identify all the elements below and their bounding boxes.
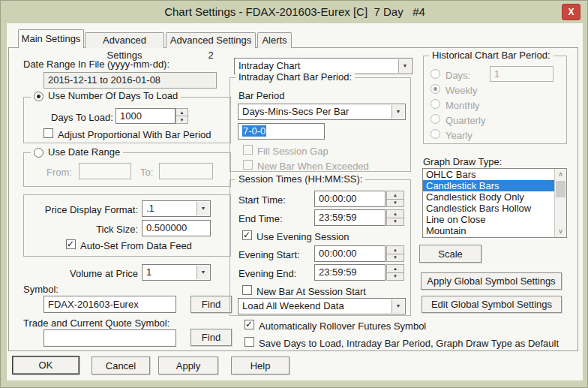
tick-size-input[interactable]: 0.500000 — [142, 220, 211, 236]
tab-advanced-settings[interactable]: Advanced Settings — [85, 32, 164, 48]
bar-period-type-select[interactable]: Days-Mins-Secs Per Bar — [238, 104, 406, 120]
end-time-input[interactable]: 23:59:59 — [314, 209, 386, 226]
spin-down-icon[interactable] — [386, 218, 404, 227]
save-default-label: Save Days to Load, Intraday Bar Period, … — [259, 338, 559, 349]
tab-main-settings[interactable]: Main Settings — [18, 29, 84, 48]
rollover-checkbox[interactable] — [244, 320, 254, 329]
list-item[interactable]: Line on Close — [423, 214, 554, 225]
price-display-format-select[interactable]: .1 — [142, 200, 211, 217]
historical-days-input[interactable]: 1 — [490, 66, 554, 82]
apply-global-symbol-settings-button[interactable]: Apply Global Symbol Settings — [421, 272, 562, 290]
volume-at-price-select[interactable]: 1 — [142, 264, 211, 281]
use-evening-session-checkbox[interactable] — [242, 230, 252, 240]
end-time-stepper[interactable] — [386, 209, 404, 226]
title-bar[interactable]: Chart Settings - FDAX-201603-Eurex [C] 7… — [1, 1, 588, 23]
session-times-title: Session Times (HH:MM:SS): — [236, 174, 365, 185]
edit-global-symbol-settings-button[interactable]: Edit Global Symbol Settings — [422, 296, 562, 313]
scroll-up-icon[interactable] — [555, 169, 566, 180]
intraday-bar-period-title: Intraday Chart Bar Period: — [236, 72, 355, 83]
quarterly-radio-label: Quarterly — [446, 115, 485, 126]
new-bar-at-session-checkbox[interactable] — [242, 285, 252, 295]
start-time-label: Start Time: — [238, 194, 286, 206]
list-item[interactable]: Mountain — [423, 225, 554, 236]
from-input[interactable] — [79, 163, 131, 179]
help-button[interactable]: Help — [231, 356, 290, 374]
monthly-radio[interactable] — [430, 99, 440, 109]
quarterly-radio[interactable] — [430, 114, 440, 124]
auto-set-label: Auto-Set From Data Feed — [80, 240, 192, 251]
tick-size-label: Tick Size: — [31, 224, 138, 235]
scrollbar-thumb[interactable] — [556, 181, 566, 197]
listbox-scrollbar[interactable] — [554, 169, 566, 237]
monthly-radio-label: Monthly — [446, 100, 480, 111]
spin-up-icon[interactable] — [386, 209, 404, 218]
use-number-of-days-label: Use Number Of Days To Load — [48, 91, 178, 101]
evening-end-input[interactable]: 23:59:59 — [314, 264, 386, 281]
tab-alerts[interactable]: Alerts — [257, 32, 292, 48]
use-date-range-label: Use Date Range — [48, 147, 120, 158]
spin-up-icon[interactable] — [386, 245, 404, 254]
chevron-down-icon[interactable] — [398, 59, 411, 73]
days-to-load-input[interactable]: 1000 — [116, 108, 176, 124]
trade-quote-symbol-input[interactable] — [44, 329, 176, 347]
list-item[interactable]: Candlestick Bars Hollow — [423, 203, 554, 214]
spin-up-icon[interactable] — [386, 191, 404, 200]
spin-down-icon[interactable] — [176, 116, 188, 124]
weekend-data-select[interactable]: Load All Weekend Data — [238, 298, 406, 314]
save-default-checkbox[interactable] — [244, 337, 254, 347]
chevron-down-icon[interactable] — [196, 266, 209, 279]
date-range-value: 2015-12-11 to 2016-01-08 — [44, 72, 217, 89]
days-to-load-stepper[interactable] — [176, 108, 188, 124]
spin-down-icon[interactable] — [386, 273, 404, 281]
weekend-data-value: Load All Weekend Data — [242, 300, 344, 311]
new-bar-at-session-label: New Bar At Session Start — [256, 286, 366, 297]
chart-settings-dialog: Chart Settings - FDAX-201603-Eurex [C] 7… — [0, 0, 588, 388]
historical-bar-period-title: Historical Chart Bar Period: — [429, 50, 554, 61]
start-time-stepper[interactable] — [386, 191, 404, 207]
rollover-label: Automatically Rollover Futures Symbol — [259, 320, 426, 332]
spin-down-icon[interactable] — [386, 254, 404, 263]
end-time-label: End Time: — [238, 213, 283, 224]
cancel-button[interactable]: Cancel — [92, 356, 150, 374]
bar-period-input[interactable]: 7-0-0 — [238, 123, 325, 140]
list-item[interactable]: Candlestick Bars — [423, 180, 554, 191]
fill-session-gap-label: Fill Session Gap — [257, 146, 328, 157]
spin-down-icon[interactable] — [386, 200, 404, 208]
bar-period-selected-text: 7-0-0 — [242, 125, 266, 137]
spin-up-icon[interactable] — [176, 108, 188, 116]
new-bar-when-exceeded-checkbox[interactable] — [243, 160, 253, 170]
weekly-radio[interactable] — [430, 84, 440, 94]
start-time-input[interactable]: 00:00:00 — [314, 191, 386, 207]
apply-button[interactable]: Apply — [158, 356, 218, 374]
evening-start-input[interactable]: 00:00:00 — [314, 245, 386, 262]
chevron-down-icon[interactable] — [392, 299, 404, 313]
days-radio[interactable] — [430, 69, 440, 79]
evening-end-stepper[interactable] — [386, 264, 404, 281]
adjust-proportional-checkbox[interactable] — [44, 128, 53, 138]
symbol-input[interactable]: FDAX-201603-Eurex — [44, 296, 176, 313]
graph-draw-type-rows: OHLC BarsCandlestick BarsCandlestick Bod… — [423, 169, 554, 237]
chevron-down-icon[interactable] — [196, 202, 209, 215]
graph-draw-type-label: Graph Draw Type: — [423, 156, 502, 167]
graph-draw-type-listbox[interactable]: OHLC BarsCandlestick BarsCandlestick Bod… — [422, 168, 567, 238]
find-symbol-button[interactable]: Find — [190, 296, 232, 313]
evening-start-stepper[interactable] — [386, 245, 404, 262]
close-icon[interactable]: X — [562, 4, 580, 20]
use-number-of-days-title: Use Number Of Days To Load — [31, 91, 181, 101]
tab-advanced-settings-2[interactable]: Advanced Settings 2 — [166, 32, 256, 48]
yearly-radio[interactable] — [430, 129, 440, 139]
use-date-range-radio[interactable] — [34, 148, 44, 158]
scroll-down-icon[interactable] — [555, 226, 566, 237]
spin-up-icon[interactable] — [386, 264, 404, 273]
scale-button[interactable]: Scale — [419, 245, 482, 263]
to-input[interactable] — [159, 163, 213, 179]
ok-button[interactable]: OK — [12, 356, 80, 374]
chevron-down-icon[interactable] — [392, 105, 404, 119]
list-item[interactable]: Candlestick Body Only — [423, 191, 554, 203]
symbol-label: Symbol: — [23, 284, 58, 295]
auto-set-checkbox[interactable] — [66, 239, 76, 249]
list-item[interactable]: OHLC Bars — [423, 169, 554, 180]
fill-session-gap-checkbox[interactable] — [243, 145, 253, 155]
find-trade-symbol-button[interactable]: Find — [190, 329, 232, 346]
use-number-of-days-radio[interactable] — [34, 92, 44, 101]
